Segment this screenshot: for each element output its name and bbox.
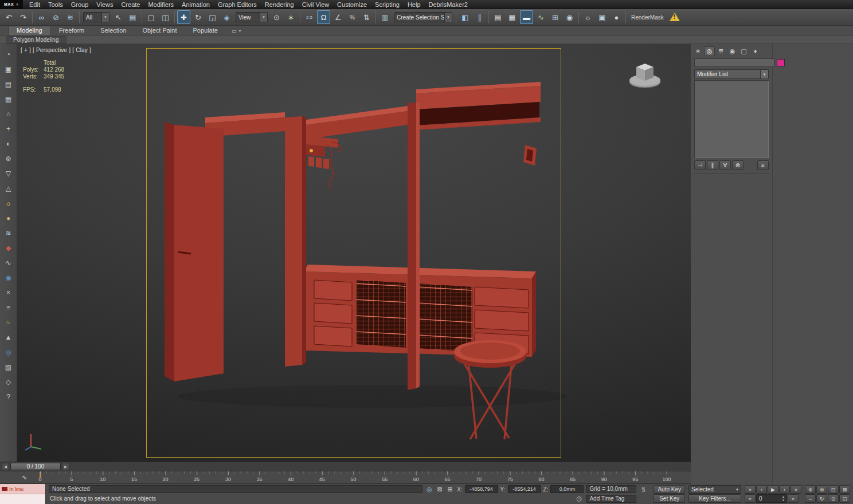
left-toolbar-icon-4[interactable]: ▦ [2,93,14,105]
curve-editor-button[interactable]: ∿ [534,10,547,24]
render-production-button[interactable]: ● [610,10,623,24]
named-selection-sets-dropdown[interactable]: Create Selection Se▼ [394,12,452,22]
menu-tools[interactable]: Tools [44,0,67,9]
select-and-move-button[interactable]: ✚ [177,10,190,24]
go-to-start-button[interactable]: « [745,485,756,494]
viewcube[interactable] [625,57,665,97]
track-bar-ruler[interactable]: 0510152025303540455055606570758085909510… [40,471,667,483]
next-key-button[interactable]: » [788,494,799,503]
object-color-swatch[interactable] [777,59,785,66]
command-panel-tab-display[interactable]: ▢ [738,46,749,56]
left-toolbar-icon-15[interactable]: ∿ [2,257,14,269]
dropdown-arrow-icon[interactable]: ▼ [444,13,452,22]
window-crossing-toggle-button[interactable]: ◫ [159,10,172,24]
maxscript-mini-listener[interactable]: In line: [0,484,46,504]
time-slider-handle[interactable]: 0 / 100 [10,463,61,470]
menu-scripting[interactable]: Scripting [371,0,404,9]
zoom-all-button[interactable]: ⊚ [816,485,827,494]
unlink-selection-button[interactable]: ⊘ [49,10,62,24]
application-menu-button[interactable]: MAX▼ [0,0,23,9]
snaps-toggle-button[interactable]: Ω [317,10,330,24]
dropdown-arrow-icon[interactable]: ▼ [760,70,768,78]
set-key-button[interactable]: Set Key [654,494,685,503]
select-and-link-button[interactable]: ∞ [35,10,48,24]
align-button[interactable]: ∥ [473,10,486,24]
left-toolbar-icon-24[interactable]: ? [2,391,14,403]
left-toolbar-icon-14[interactable]: ◆ [2,242,14,254]
ribbon-tab-freeform[interactable]: Freeform [51,26,93,35]
object-name-field[interactable] [694,58,774,67]
next-frame-button[interactable]: › [779,485,790,494]
remove-modifier-button[interactable]: ⊗ [732,160,744,170]
command-panel-tab-motion[interactable]: ◉ [727,46,738,56]
left-toolbar-icon-6[interactable]: + [2,123,14,135]
select-by-name-button[interactable]: ▤ [126,10,139,24]
select-and-manipulate-button[interactable]: ∗ [284,10,298,24]
menu-edit[interactable]: Edit [25,0,44,9]
menu-debrismaker2[interactable]: DebrisMaker2 [425,0,472,9]
rectangular-selection-region-button[interactable]: ▢ [144,10,158,24]
left-toolbar-icon-11[interactable]: ☼ [2,198,14,209]
key-mode-dropdown[interactable]: Selected ▼ [688,485,741,494]
x-coordinate-field[interactable]: -4858,794 [465,485,498,493]
maximize-viewport-toggle-button[interactable]: ◱ [839,494,850,503]
render-warning-icon[interactable]: ! [668,11,682,23]
pin-stack-button[interactable]: ⊣ [694,160,706,170]
ribbon-tab-modeling[interactable]: Modeling [8,26,51,35]
angle-snap-toggle-button[interactable]: ∠ [331,10,345,24]
left-toolbar-icon-18[interactable]: ≡ [2,302,14,313]
spinner-snap-toggle-button[interactable]: ⇅ [360,10,373,24]
left-toolbar-icon-3[interactable]: ▤ [2,78,14,90]
spinner-arrows-icon[interactable]: ▲▼ [781,495,786,502]
key-filters-button[interactable]: Key Filters... [688,494,741,503]
ribbon-tab-populate[interactable]: Populate [185,26,225,35]
percent-snap-toggle-button[interactable]: % [346,10,359,24]
pan-view-button[interactable]: ⇔ [805,494,816,503]
left-toolbar-icon-13[interactable]: ≋ [2,227,14,239]
zoom-region-button[interactable]: ⊠ [839,485,850,494]
selection-lock-toggle-icon[interactable]: ⊠ [435,485,444,494]
menu-create[interactable]: Create [117,0,144,9]
current-frame-field[interactable]: 0 ▲▼ [756,494,787,503]
menu-help[interactable]: Help [404,0,425,9]
dropdown-arrow-icon[interactable]: ▼ [260,13,267,22]
menu-modifiers[interactable]: Modifiers [144,0,178,9]
go-to-end-button[interactable]: » [791,485,801,494]
toggle-layer-explorer-button[interactable]: ▦ [506,10,519,24]
left-toolbar-icon-21[interactable]: ◎ [2,346,14,358]
schematic-view-button[interactable]: ⊞ [549,10,562,24]
menu-animation[interactable]: Animation [178,0,214,9]
selection-filter-dropdown[interactable]: All▼ [83,12,109,22]
select-and-place-button[interactable]: ◈ [220,10,233,24]
left-toolbar-icon-1[interactable]: ◔ [2,49,14,60]
left-toolbar-icon-5[interactable]: ⌂ [2,108,14,120]
select-object-button[interactable]: ↖ [112,10,125,24]
edit-named-selection-sets-button[interactable]: ▥ [378,10,392,24]
left-toolbar-icon-20[interactable]: ▲ [2,332,14,343]
menu-views[interactable]: Views [92,0,117,9]
z-coordinate-field[interactable]: 0,0mm [550,485,584,493]
redo-button[interactable]: ↷ [17,10,30,24]
ribbon-minimize-toggle[interactable]: ▭ ▼ [226,28,247,35]
menu-graph-editors[interactable]: Graph Editors [214,0,261,9]
dropdown-arrow-icon[interactable]: ▼ [101,13,109,22]
y-coordinate-field[interactable]: -8554,214 [508,485,541,493]
undo-button[interactable]: ↶ [2,10,15,24]
left-toolbar-icon-2[interactable]: ▣ [2,64,14,75]
bind-to-space-warp-button[interactable]: ≋ [64,10,77,24]
left-toolbar-icon-9[interactable]: ▽ [2,168,14,179]
perspective-viewport[interactable]: [ + ] [ Perspective ] [ Clay ] Total Pol… [17,44,691,462]
polygon-modeling-panel[interactable]: Polygon Modeling [6,36,66,44]
left-toolbar-icon-19[interactable]: ≈ [2,317,14,328]
command-panel-tab-create[interactable]: ∗ [692,46,703,56]
render-setup-button[interactable]: ☼ [581,10,594,24]
knot-icon[interactable]: § [639,485,648,494]
previous-key-button[interactable]: « [745,494,756,503]
modifier-stack-list[interactable] [694,80,769,158]
modifier-list-dropdown[interactable]: Modifier List ▼ [694,69,769,79]
command-panel-tab-utilities[interactable]: ♦ [750,46,761,56]
left-toolbar-icon-12[interactable]: ● [2,212,14,224]
menu-civil-view[interactable]: Civil View [298,0,333,9]
show-end-result-button[interactable]: ∥ [707,160,718,170]
left-toolbar-icon-10[interactable]: △ [2,183,14,194]
